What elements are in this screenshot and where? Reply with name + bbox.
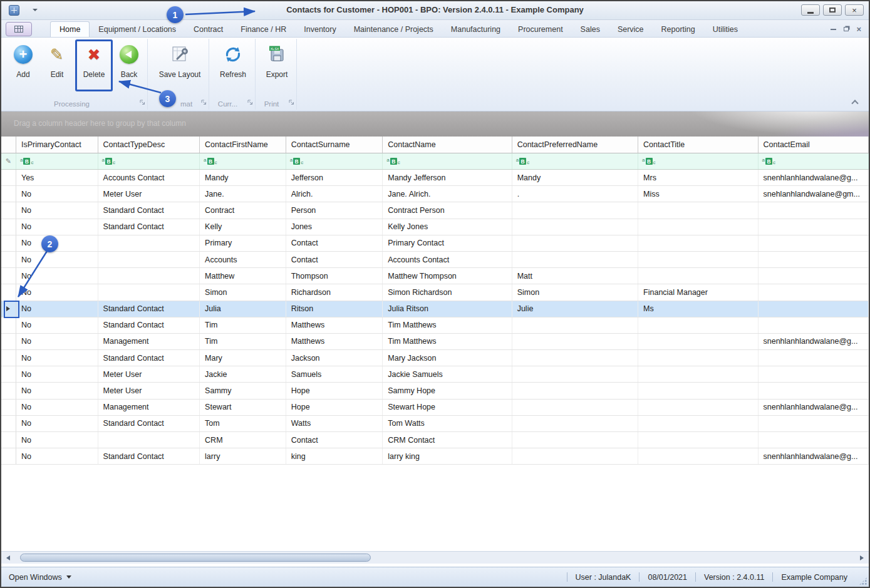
grid-cell[interactable]: Jane. Alrich. — [383, 186, 512, 202]
grid-cell[interactable]: Miss — [638, 186, 758, 202]
grid-cell[interactable]: Hope — [286, 383, 383, 398]
application-menu-button[interactable] — [6, 22, 32, 36]
delete-button[interactable]: ✖ Delete — [78, 40, 110, 98]
grid-cell[interactable] — [759, 432, 869, 448]
grid-cell[interactable]: Contact — [286, 235, 383, 251]
grid-cell[interactable]: Standard Contact — [98, 448, 200, 464]
grid-cell[interactable] — [638, 317, 758, 333]
scroll-left-arrow-icon[interactable] — [6, 555, 10, 560]
grid-cell[interactable]: Management — [98, 334, 200, 349]
grid-cell[interactable]: Contract Person — [383, 202, 512, 218]
grid-cell[interactable]: snenhlanhlandwalane@g... — [759, 400, 869, 415]
grid-cell[interactable]: No — [16, 350, 98, 366]
grid-cell[interactable] — [638, 334, 758, 349]
tab-service[interactable]: Service — [609, 21, 653, 37]
grid-cell[interactable]: No — [16, 301, 98, 317]
dialog-launcher-icon[interactable] — [247, 96, 253, 108]
grid-cell[interactable]: Julie — [512, 301, 638, 317]
grid-cell[interactable]: Management — [98, 400, 200, 415]
grid-row[interactable]: NoMeter UserJane.Alrich.Jane. Alrich..Mi… — [1, 186, 869, 202]
grid-cell[interactable] — [512, 416, 638, 431]
grid-cell[interactable]: No — [16, 400, 98, 415]
column-header-contacttitle[interactable]: ContactTitle — [638, 137, 758, 153]
grid-cell[interactable]: Standard Contact — [98, 202, 200, 218]
filter-cell-contactpreferredname[interactable]: aBc — [512, 153, 638, 169]
grid-cell[interactable]: No — [16, 284, 98, 300]
grid-cell[interactable] — [98, 432, 200, 448]
grid-cell[interactable]: Accounts Contact — [98, 170, 200, 185]
grid-cell[interactable]: snenhlanhlandwalane@g... — [759, 448, 869, 464]
grid-cell[interactable]: Standard Contact — [98, 317, 200, 333]
column-header-isprimarycontact[interactable]: IsPrimaryContact — [16, 137, 98, 153]
column-header-contactname[interactable]: ContactName — [383, 137, 512, 153]
grid-cell[interactable] — [638, 202, 758, 218]
grid-cell[interactable]: Mary — [200, 350, 286, 366]
grid-cell[interactable]: Mandy — [200, 170, 286, 185]
grid-cell[interactable]: Contact — [286, 252, 383, 267]
grid-cell[interactable] — [98, 252, 200, 267]
grid-cell[interactable]: Simon — [512, 284, 638, 300]
column-header-contactemail[interactable]: ContactEmail — [759, 137, 869, 153]
grid-cell[interactable] — [759, 383, 869, 398]
grid-cell[interactable]: Hope — [286, 400, 383, 415]
grid-cell[interactable] — [512, 235, 638, 251]
maximize-button[interactable] — [823, 4, 842, 16]
grid-cell[interactable] — [512, 366, 638, 382]
grid-cell[interactable]: Jackson — [286, 350, 383, 366]
tab-utilities[interactable]: Utilities — [704, 21, 747, 37]
grid-cell[interactable]: Tom — [200, 416, 286, 431]
column-header-contactpreferredname[interactable]: ContactPreferredName — [512, 137, 638, 153]
grid-cell[interactable] — [98, 284, 200, 300]
grid-cell[interactable] — [98, 268, 200, 284]
grid-cell[interactable]: Tom Watts — [383, 416, 512, 431]
grid-cell[interactable]: Tim Matthews — [383, 334, 512, 349]
grid-cell[interactable]: Kelly Jones — [383, 219, 512, 235]
grid-row[interactable]: NoStandard ContactContractPersonContract… — [1, 202, 869, 219]
grid-cell[interactable]: Mandy — [512, 170, 638, 185]
filter-cell-contactemail[interactable]: aBc — [759, 153, 869, 169]
grid-cell[interactable] — [638, 235, 758, 251]
tab-manufacturing[interactable]: Manufacturing — [442, 21, 509, 37]
grid-cell[interactable] — [638, 366, 758, 382]
grid-cell[interactable]: No — [16, 268, 98, 284]
grid-cell[interactable]: Matthews — [286, 334, 383, 349]
grid-cell[interactable] — [512, 252, 638, 267]
grid-cell[interactable]: Alrich. — [286, 186, 383, 202]
grid-cell[interactable]: No — [16, 383, 98, 398]
grid-cell[interactable]: snehlanhlandwalane@gm... — [759, 186, 869, 202]
tab-procurement[interactable]: Procurement — [509, 21, 572, 37]
grid-cell[interactable] — [759, 202, 869, 218]
tab-maintenance-projects[interactable]: Maintenance / Projects — [345, 21, 442, 37]
grid-cell[interactable] — [512, 448, 638, 464]
grid-cell[interactable]: Jefferson — [286, 170, 383, 185]
tab-reporting[interactable]: Reporting — [653, 21, 704, 37]
grid-cell[interactable] — [512, 219, 638, 235]
grid-cell[interactable]: Contact — [286, 432, 383, 448]
grid-cell[interactable] — [638, 350, 758, 366]
grid-cell[interactable]: Standard Contact — [98, 301, 200, 317]
grid-cell[interactable] — [759, 252, 869, 267]
grid-cell[interactable] — [759, 366, 869, 382]
filter-cell-contacttypedesc[interactable]: aBc — [98, 153, 200, 169]
grid-row[interactable]: NoMeter UserJackieSamuelsJackie Samuels — [1, 366, 869, 383]
resize-grip-icon[interactable] — [859, 577, 867, 585]
grid-cell[interactable]: Simon Richardson — [383, 284, 512, 300]
grid-cell[interactable]: Accounts Contact — [383, 252, 512, 267]
grid-cell[interactable] — [759, 301, 869, 317]
grid-cell[interactable] — [759, 416, 869, 431]
grid-cell[interactable] — [512, 202, 638, 218]
grid-cell[interactable]: Primary — [200, 235, 286, 251]
grid-row[interactable]: NoStandard ContactMaryJacksonMary Jackso… — [1, 350, 869, 366]
ribbon-close-icon[interactable]: × — [856, 25, 861, 33]
back-button[interactable]: Back — [114, 40, 144, 98]
grid-cell[interactable]: Matthew — [200, 268, 286, 284]
grid-cell[interactable]: snenhlanhlandwalane@g... — [759, 170, 869, 185]
filter-cell-contactname[interactable]: aBc — [383, 153, 512, 169]
grid-cell[interactable]: Mandy Jefferson — [383, 170, 512, 185]
grid-cell[interactable] — [512, 400, 638, 415]
grid-cell[interactable] — [759, 235, 869, 251]
grid-cell[interactable]: No — [16, 186, 98, 202]
grid-cell[interactable]: Contract — [200, 202, 286, 218]
filter-cell-contactfirstname[interactable]: aBc — [200, 153, 286, 169]
ribbon-minimize-icon[interactable] — [831, 29, 836, 30]
